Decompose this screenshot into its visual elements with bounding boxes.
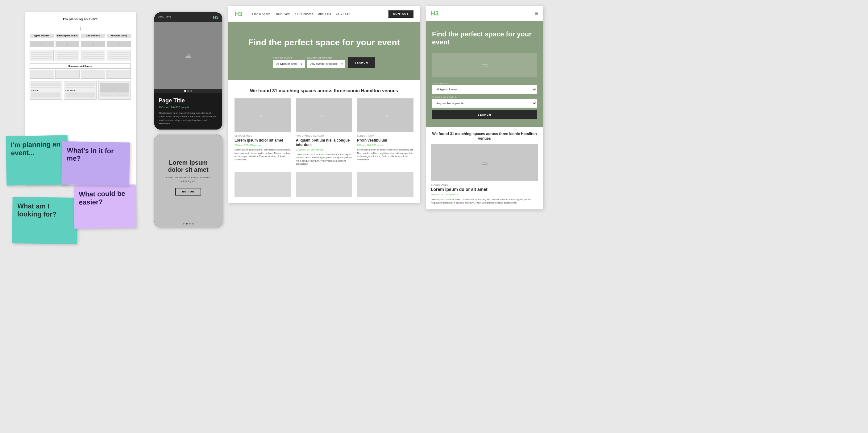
nav-link-find-space[interactable]: Find a Space — [252, 12, 271, 16]
mobile-dot-3 — [190, 90, 192, 92]
site-card-2-desc: Lorem ipsum dolor sit amet, consectetur … — [296, 153, 352, 166]
mobile-gray-dot-4 — [192, 223, 194, 225]
wf-text-3 — [81, 50, 105, 61]
mobile-2-button[interactable]: BUTTON — [175, 188, 201, 196]
site-card-2-img-icon: ▭ — [321, 112, 327, 119]
site-card-1-meta: 200sqm 120–350 people — [235, 144, 291, 146]
wireframe-columns: Types of Event Find a space to hire Our … — [30, 34, 131, 38]
site-card-3-image: ▭ — [357, 98, 413, 132]
site-card-3-meta: 200sqm 120–350 people — [357, 144, 413, 146]
site-search-button[interactable]: SEARCH — [348, 57, 375, 68]
event-type-select-wrapper[interactable]: All types of event — [273, 60, 305, 68]
site-card-1-image: ▭ — [235, 98, 291, 132]
panel-mobile-mockups: VENUES H3 ⛰ Page Title 200sqm 120–350 pe… — [154, 6, 222, 426]
panel-mobile-site: H3 ≡ Find the perfect space for your eve… — [426, 6, 543, 209]
wf-rec-4 — [106, 70, 131, 79]
sticky-planning: I'm planning an event... — [6, 135, 68, 185]
site-search-bar: TYPE OF EVENT All types of event NUMBER … — [241, 57, 407, 68]
mobile-mockup-2: Lorem ipsum dolor sit amet Lorem ipsum d… — [154, 134, 222, 227]
mobile-site-hero-title: Find the perfect space for your event — [432, 30, 537, 46]
nav-link-our-services[interactable]: Our Services — [295, 12, 313, 16]
wireframe-bottom: Service Our Story ▭ — [30, 81, 131, 100]
wireframe-title: I'm planning an event — [30, 17, 131, 21]
people-count-select-wrapper[interactable]: Any number of people — [307, 60, 345, 68]
wf-col-1: Types of Event — [30, 34, 54, 38]
mobile-card-1: ▭ CLAUDELANDS Lorem ipsum dolor sit amet… — [426, 144, 543, 209]
mobile-search-form: TYPE OF EVENT All types of event NUMBER … — [432, 82, 537, 119]
site-hero-title: Find the perfect space for your event — [241, 37, 407, 48]
nav-link-about[interactable]: About H3 — [318, 12, 331, 16]
mobile-search-button[interactable]: SEARCH — [432, 110, 537, 119]
mobile-gray-dot-1 — [183, 223, 185, 225]
mobile-2-inner: Lorem ipsum dolor sit amet Lorem ipsum d… — [154, 134, 222, 227]
wf-text-1 — [30, 50, 54, 61]
mobile-hero-img-icon: ▭ — [481, 61, 488, 69]
mobile-people-select[interactable]: Any number of people — [432, 99, 537, 108]
mobile-1-venues-label: VENUES — [158, 16, 171, 19]
site-card-3: ▭ SEDDON PARK Proin vestibulum 200sqm 12… — [357, 98, 413, 166]
site-card-1-venue: CLAUDELANDS — [235, 135, 291, 137]
mobile-1-dots — [154, 89, 222, 93]
site-card-2: ▭ FMG STADIUM WAIKATO Aliquam pretium ni… — [296, 98, 352, 166]
mobile-2-dots — [154, 220, 222, 227]
site-navigation: H3 Find a Space Your Event Our Services … — [228, 6, 420, 22]
mobile-1-header: VENUES H3 — [154, 12, 222, 22]
mobile-dot-2 — [187, 90, 189, 92]
wf-img-4: ▭ — [107, 41, 131, 47]
wf-recommended-label: Recommended Spaces — [30, 64, 131, 69]
mobile-card-1-img-icon: ▭ — [481, 159, 488, 167]
panel-desktop-site: H3 Find a Space Your Event Our Services … — [228, 6, 420, 203]
mobile-2-title: Lorem ipsum dolor sit amet — [160, 159, 216, 173]
wf-bottom-3: ▭ — [98, 81, 131, 100]
people-count-select[interactable]: Any number of people — [307, 60, 345, 68]
event-type-wrapper: TYPE OF EVENT All types of event — [273, 57, 305, 68]
nav-link-your-event[interactable]: Your Event — [276, 12, 291, 16]
wireframe-img-row: ▭ ▭ ▭ ▭ — [30, 40, 131, 47]
sticky-whats-in-it: What's in it for me? — [61, 141, 130, 186]
event-type-label: TYPE OF EVENT — [273, 57, 305, 59]
mobile-gray-dot-3 — [189, 223, 191, 225]
nav-contact-button[interactable]: CONTACT — [388, 10, 413, 18]
site-card-sm-2 — [296, 172, 352, 197]
mobile-1-meta: 200sqm 120–350 people — [159, 106, 218, 109]
mobile-people-label: NUMBER OF PEOPLE — [432, 96, 537, 98]
wf-img-2: ▭ — [56, 41, 80, 47]
mobile-type-group: TYPE OF EVENT All types of event — [432, 82, 537, 94]
site-card-1-img-icon: ▭ — [260, 112, 266, 119]
wf-col-4: About H3 Group — [107, 34, 131, 38]
event-type-select[interactable]: All types of event — [273, 60, 305, 68]
mobile-mockup-1: VENUES H3 ⛰ Page Title 200sqm 120–350 pe… — [154, 12, 222, 130]
panel-wireframe: I'm planning an event ↓ Types of Event F… — [6, 6, 148, 426]
site-card-3-img-icon: ▭ — [382, 112, 388, 119]
mobile-type-label: TYPE OF EVENT — [432, 82, 537, 85]
wf-bottom-2: Our Story — [64, 81, 96, 100]
site-card-1-desc: Lorem ipsum dolor sit amet, consectetur … — [235, 148, 291, 161]
mobile-hamburger-icon[interactable]: ≡ — [535, 10, 538, 16]
mobile-1-desc: Claudelands is an award-winning, one-sit… — [159, 111, 218, 125]
wireframe-text-row — [30, 50, 131, 61]
wf-img-1: ▭ — [30, 41, 54, 47]
mobile-site-hero: Find the perfect space for your event ▭ … — [426, 21, 543, 127]
mobile-1-logo: H3 — [213, 15, 218, 20]
nav-link-covid[interactable]: COVID-19 — [336, 12, 350, 16]
mobile-1-title: Page Title — [159, 97, 218, 104]
mobile-card-1-title: Lorem ipsum dolor sit amet — [431, 187, 538, 192]
wf-rec-3 — [81, 70, 105, 79]
mobile-site-nav: H3 ≡ — [426, 6, 543, 21]
site-card-3-venue: SEDDON PARK — [357, 135, 413, 137]
mobile-people-group: NUMBER OF PEOPLE Any number of people — [432, 96, 537, 108]
mobile-1-img-icon: ⛰ — [185, 52, 191, 59]
site-cards-row-2 — [228, 172, 420, 203]
mobile-1-content: Page Title 200sqm 120–350 people Claudel… — [154, 93, 222, 130]
mobile-gray-dot-2 — [186, 223, 188, 225]
site-card-3-desc: Lorem ipsum dolor sit amet, consectetur … — [357, 148, 413, 161]
wf-col-3: Our Services — [81, 34, 105, 38]
mobile-1-inner: VENUES H3 ⛰ Page Title 200sqm 120–350 pe… — [154, 12, 222, 130]
wireframe-arrow: ↓ — [30, 25, 131, 31]
site-card-1: ▭ CLAUDELANDS Lorem ipsum dolor sit amet… — [235, 98, 291, 166]
site-logo: H3 — [235, 10, 243, 18]
mobile-type-select[interactable]: All types of event — [432, 85, 537, 94]
wf-text-2 — [56, 50, 80, 61]
wf-text-4 — [107, 50, 131, 61]
wf-rec-2 — [55, 70, 80, 79]
